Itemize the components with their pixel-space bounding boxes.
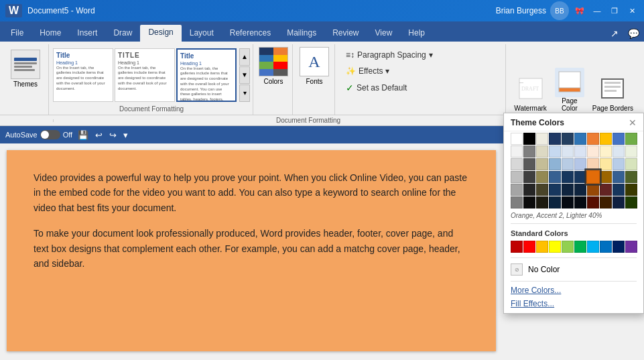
fill-effects-link[interactable]: Fill Effects...	[504, 297, 643, 310]
theme-color-cell[interactable]	[625, 133, 637, 145]
tab-design[interactable]: Design	[140, 25, 181, 42]
theme-color-cell[interactable]	[511, 145, 523, 158]
theme-color-cell[interactable]	[600, 158, 612, 170]
tab-view[interactable]: View	[367, 25, 401, 42]
color-picker-close[interactable]: ✕	[629, 117, 637, 128]
scroll-up-button[interactable]: ▲	[239, 48, 250, 66]
save-button[interactable]: 💾	[76, 129, 90, 141]
scroll-more-button[interactable]: ▾	[239, 84, 250, 102]
theme-color-cell[interactable]	[511, 196, 523, 208]
minimize-button[interactable]: —	[590, 4, 604, 17]
theme-color-cell[interactable]	[536, 145, 548, 158]
theme-color-cell[interactable]	[562, 145, 574, 158]
theme-color-cell[interactable]	[625, 196, 637, 208]
tab-insert[interactable]: Insert	[69, 25, 105, 42]
standard-color-cell[interactable]	[536, 241, 548, 253]
scroll-down-button[interactable]: ▼	[239, 66, 250, 84]
watermark-button[interactable]: DRAFT— Watermark	[511, 72, 550, 115]
ribbon-minimize-icon[interactable]: 🎀	[573, 4, 586, 17]
restore-button[interactable]: ❐	[608, 4, 621, 17]
page-color-button[interactable]: PageColor	[552, 65, 587, 115]
theme-color-cell[interactable]	[587, 158, 599, 170]
undo-button[interactable]: ↩	[94, 129, 104, 141]
theme-color-cell[interactable]	[587, 196, 599, 208]
theme-color-cell[interactable]	[574, 171, 586, 183]
theme-color-cell[interactable]	[536, 133, 548, 145]
theme-color-cell[interactable]	[625, 158, 637, 170]
standard-color-cell[interactable]	[549, 241, 561, 253]
standard-color-cell[interactable]	[625, 241, 637, 253]
colors-button[interactable]: Colors	[259, 47, 288, 85]
theme-color-cell[interactable]	[523, 133, 535, 145]
theme-color-cell[interactable]	[574, 196, 586, 208]
theme-color-cell[interactable]	[625, 145, 637, 158]
autosave-toggle[interactable]	[40, 130, 60, 139]
tab-layout[interactable]: Layout	[182, 25, 222, 42]
format-thumb-3[interactable]: Title Heading 1 On the Insert tab, the g…	[176, 48, 237, 102]
theme-color-cell[interactable]	[536, 171, 548, 183]
theme-color-cell[interactable]	[562, 133, 574, 145]
theme-color-cell[interactable]	[536, 158, 548, 170]
theme-color-cell[interactable]	[586, 170, 600, 184]
theme-color-cell[interactable]	[574, 133, 586, 145]
redo-button[interactable]: ↪	[108, 129, 118, 141]
effects-button[interactable]: ✨ Effects ▾	[342, 64, 393, 78]
close-button[interactable]: ✕	[625, 4, 639, 17]
comments-icon[interactable]: 💬	[625, 25, 641, 42]
themes-button[interactable]: Aa Themes	[8, 47, 43, 91]
theme-color-cell[interactable]	[549, 145, 561, 158]
theme-color-cell[interactable]	[511, 171, 523, 183]
theme-color-cell[interactable]	[549, 196, 561, 208]
tab-draw[interactable]: Draw	[105, 25, 140, 42]
theme-color-cell[interactable]	[574, 184, 586, 196]
theme-color-cell[interactable]	[536, 184, 548, 196]
theme-color-cell[interactable]	[549, 171, 561, 183]
theme-color-cell[interactable]	[625, 184, 637, 196]
share-icon[interactable]: ↗	[606, 25, 623, 42]
theme-color-cell[interactable]	[562, 171, 574, 183]
theme-color-cell[interactable]	[587, 133, 599, 145]
theme-color-cell[interactable]	[613, 184, 625, 196]
theme-color-cell[interactable]	[600, 171, 612, 183]
theme-color-cell[interactable]	[523, 145, 535, 158]
theme-color-cell[interactable]	[523, 196, 535, 208]
theme-color-cell[interactable]	[600, 196, 612, 208]
page-borders-button[interactable]: Page Borders	[590, 72, 636, 115]
theme-color-cell[interactable]	[511, 133, 523, 145]
more-colors-link[interactable]: More Colors...	[504, 284, 643, 297]
theme-color-cell[interactable]	[600, 133, 612, 145]
set-as-default-button[interactable]: ✓ Set as Default	[342, 80, 411, 95]
tab-references[interactable]: References	[222, 25, 279, 42]
standard-color-cell[interactable]	[600, 241, 612, 253]
theme-color-cell[interactable]	[549, 133, 561, 145]
theme-color-cell[interactable]	[549, 158, 561, 170]
theme-color-cell[interactable]	[587, 145, 599, 158]
theme-color-cell[interactable]	[600, 184, 612, 196]
theme-color-cell[interactable]	[574, 145, 586, 158]
format-thumb-1[interactable]: Title Heading 1 On the Insert tab, the g…	[53, 48, 113, 102]
theme-color-cell[interactable]	[587, 184, 599, 196]
tab-file[interactable]: File	[3, 25, 31, 42]
theme-color-cell[interactable]	[613, 145, 625, 158]
paragraph-spacing-button[interactable]: ≡↕ Paragraph Spacing ▾	[342, 48, 437, 62]
theme-color-cell[interactable]	[574, 158, 586, 170]
tab-mailings[interactable]: Mailings	[279, 25, 324, 42]
theme-color-cell[interactable]	[536, 196, 548, 208]
theme-color-cell[interactable]	[511, 158, 523, 170]
standard-color-cell[interactable]	[587, 241, 599, 253]
theme-color-cell[interactable]	[523, 158, 535, 170]
tab-home[interactable]: Home	[31, 25, 69, 42]
more-button[interactable]: ▾	[122, 129, 129, 141]
standard-color-cell[interactable]	[511, 241, 523, 253]
theme-color-cell[interactable]	[511, 184, 523, 196]
theme-color-cell[interactable]	[523, 184, 535, 196]
theme-color-cell[interactable]	[600, 145, 612, 158]
theme-color-cell[interactable]	[562, 184, 574, 196]
standard-color-cell[interactable]	[574, 241, 586, 253]
standard-color-cell[interactable]	[523, 241, 535, 253]
tab-help[interactable]: Help	[400, 25, 433, 42]
theme-color-cell[interactable]	[562, 196, 574, 208]
tab-review[interactable]: Review	[324, 25, 367, 42]
theme-color-cell[interactable]	[549, 184, 561, 196]
theme-color-cell[interactable]	[613, 196, 625, 208]
